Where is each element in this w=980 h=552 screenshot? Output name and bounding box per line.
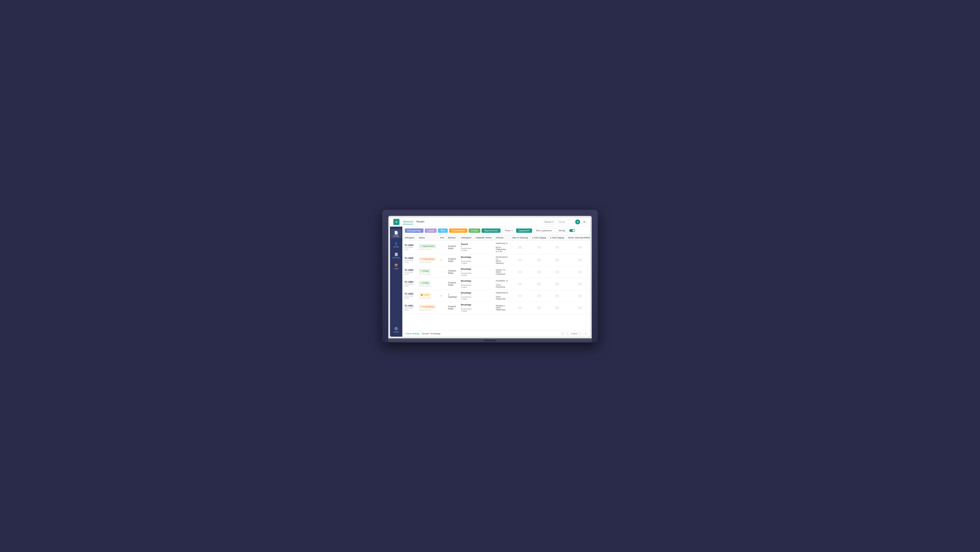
- cell-n4: 0: [566, 278, 590, 290]
- toggle-switch[interactable]: [569, 229, 575, 232]
- cell-auftragsart: Neuanlage 1 Nutzeinheiten 1 Zähler: [459, 254, 474, 266]
- orders-table: Auftragsnr. Status Prio Monteur Auftrags…: [402, 235, 590, 314]
- cell-n3: 0: [548, 290, 566, 302]
- table-row: TX-14801 20.10.2024 20:21 ↺ In Bearbeitu…: [402, 302, 590, 314]
- col-zugang2: 2. Kein Zugang: [548, 235, 566, 240]
- filter-abgeschlossen[interactable]: Abgeschlossen: [482, 229, 501, 233]
- cell-n3: 0: [548, 254, 566, 266]
- cell-n3: 0: [548, 240, 566, 254]
- cell-status: ↺ In Bearbeitung Seit 48,2 Stunden: [417, 254, 438, 266]
- sidebar: 📄 Aufträge 👤 Kontakte 🧾 Rechnungen: [390, 227, 402, 337]
- sidebar-label-logistik: Logistik: [394, 268, 399, 269]
- cell-n1: 0: [510, 254, 530, 266]
- settings-icon[interactable]: ⚙: [582, 220, 587, 224]
- content-area: Auftragsanlage Logistik Offen In Bearbei…: [402, 227, 590, 337]
- status-badge: ✓ Abgeschlossen: [419, 244, 436, 248]
- phase-select[interactable]: Phase ▾: [503, 229, 515, 233]
- star-icon[interactable]: ☆: [440, 306, 442, 309]
- cell-address: Bergweg 4 , 64642 Affalterbach: [494, 302, 510, 314]
- cell-termin: [474, 240, 494, 254]
- avatar[interactable]: S: [575, 220, 580, 224]
- table-row: TX-14804 20.10.2024 21:07 ✓ Erledigt Sei…: [402, 278, 590, 290]
- nav-ubersicht[interactable]: Übersicht: [403, 220, 413, 224]
- cell-order-id[interactable]: TX-14801 20.10.2024 20:21: [402, 302, 417, 314]
- cell-address: Moosburgerstr. 12 , 84576 Mainburg: [494, 254, 510, 266]
- sidebar-item-rechnungen[interactable]: 🧾 Rechnungen: [391, 251, 401, 260]
- since-text: Seit 49,3 Stunden: [419, 309, 436, 311]
- filter-logistik[interactable]: Logistik: [425, 229, 437, 233]
- col-auftragsart: Auftragsart: [459, 235, 474, 240]
- cell-auftragsart: Neuanlage 2 Nutzeinheiten 0 Zähler: [459, 302, 474, 314]
- first-page-button[interactable]: «: [561, 332, 565, 336]
- cell-auftragsart: Neuanlage 1 Nutzeinheiten 0 Zähler: [459, 266, 474, 278]
- filter-erledigt[interactable]: Erledigt: [469, 229, 480, 233]
- top-bar: V Übersicht Routen Person ▾ Suche S ⚙: [390, 218, 590, 227]
- cell-order-id[interactable]: TX-14806 20.10.2024 21:53: [402, 254, 417, 266]
- cell-prio[interactable]: ★: [438, 254, 446, 266]
- cell-n1: 0: [510, 302, 530, 314]
- prev-page-button[interactable]: ‹: [566, 332, 570, 336]
- cell-status: ✓ Erledigt Seit 48,8 Stunden: [417, 278, 438, 290]
- since-text: Seit 48,3 Stunden: [419, 273, 436, 275]
- cell-monteur: Friedrich Reiter: [446, 266, 459, 278]
- logistics-icon: 📦: [394, 263, 398, 267]
- page-info: 1 von 2: [571, 332, 578, 335]
- person-select[interactable]: Person ▾: [542, 220, 555, 224]
- chevron-down-icon: ▾: [512, 229, 512, 232]
- col-prio: Prio: [438, 235, 446, 240]
- cell-monteur: Friedrich Reiter: [446, 278, 459, 290]
- btn-nicht-zugewiesen[interactable]: Nicht zugewiesen: [533, 228, 555, 233]
- star-icon[interactable]: ★: [440, 259, 442, 261]
- nav-links: Übersicht Routen: [403, 220, 539, 224]
- cell-monteur: Friedrich Reiter: [446, 240, 459, 254]
- btn-zugewiesen[interactable]: Zugewiesen: [516, 229, 532, 233]
- table-footer: + Neuer Auftrag Gesamt: 19 Aufträge « ‹ …: [402, 331, 590, 337]
- next-page-button[interactable]: ›: [579, 332, 582, 336]
- star-icon[interactable]: ★: [440, 294, 442, 297]
- sidebar-label-kontakte: Kontakte: [393, 246, 399, 248]
- since-text: Seit 49,2 Stunden: [419, 297, 436, 299]
- cell-n3: 0: [548, 278, 566, 290]
- cell-n2: 0: [530, 302, 548, 314]
- sidebar-item-settings[interactable]: ⚙️ Settings: [391, 325, 401, 334]
- sidebar-item-logistik[interactable]: 📦 Logistik: [391, 262, 401, 271]
- cell-termin: [474, 266, 494, 278]
- sidebar-item-auftrage[interactable]: 📄 Aufträge: [391, 229, 401, 238]
- cell-termin: [474, 278, 494, 290]
- last-page-button[interactable]: »: [584, 332, 587, 336]
- cell-prio[interactable]: ☆: [438, 266, 446, 278]
- cell-termin: [474, 254, 494, 266]
- cell-order-id[interactable]: TX-14802 20.10.2024 20:58: [402, 290, 417, 302]
- cell-prio[interactable]: ☆: [438, 240, 446, 254]
- top-bar-right: Person ▾ Suche S ⚙: [542, 220, 587, 224]
- cell-status: ↺ In Bearbeitung Seit 49,3 Stunden: [417, 302, 438, 314]
- filter-in-bearbeitung[interactable]: In Bearbeitung: [449, 229, 467, 233]
- cell-address: Klapperweg 5a , 43513 Klappmühle: [494, 290, 510, 302]
- star-icon[interactable]: ☆: [440, 270, 442, 274]
- contacts-icon: 👤: [394, 242, 398, 245]
- cell-prio[interactable]: ☆: [438, 278, 446, 290]
- table-row: TX-14809 21.10.2024 17:21 ✓ Abgeschlosse…: [402, 240, 590, 254]
- col-monteur: Monteur: [446, 235, 459, 240]
- col-auftragsnr: Auftragsnr.: [402, 235, 417, 240]
- cell-order-id[interactable]: TX-14809 21.10.2024 17:21: [402, 240, 417, 254]
- star-icon[interactable]: ☆: [440, 246, 442, 249]
- cell-auftragsart: Tausch 6 Nutzeinheiten 0 Zähler: [459, 240, 474, 254]
- cell-n1: 0: [510, 278, 530, 290]
- search-input[interactable]: Suche: [557, 220, 574, 224]
- cell-n2: 0: [530, 266, 548, 278]
- add-order-button[interactable]: + Neuer Auftrag: [405, 332, 419, 335]
- nav-routen[interactable]: Routen: [417, 220, 425, 224]
- filter-auftragsanlage[interactable]: Auftragsanlage: [405, 229, 423, 233]
- cell-order-id[interactable]: TX-14805 20.10.2024 21:25: [402, 266, 417, 278]
- btn-wichtig[interactable]: Wichtig: [556, 228, 568, 233]
- cell-order-id[interactable]: TX-14804 20.10.2024 21:07: [402, 278, 417, 290]
- status-badge: 📦 Logistik: [419, 293, 431, 297]
- star-icon[interactable]: ☆: [440, 282, 442, 285]
- sidebar-item-kontakte[interactable]: 👤 Kontakte: [391, 240, 401, 249]
- cell-prio[interactable]: ☆: [438, 302, 446, 314]
- filter-offen[interactable]: Offen: [438, 229, 448, 233]
- main-layout: 📄 Aufträge 👤 Kontakte 🧾 Rechnungen: [390, 227, 590, 337]
- cell-prio[interactable]: ★: [438, 290, 446, 302]
- cell-n3: 0: [548, 302, 566, 314]
